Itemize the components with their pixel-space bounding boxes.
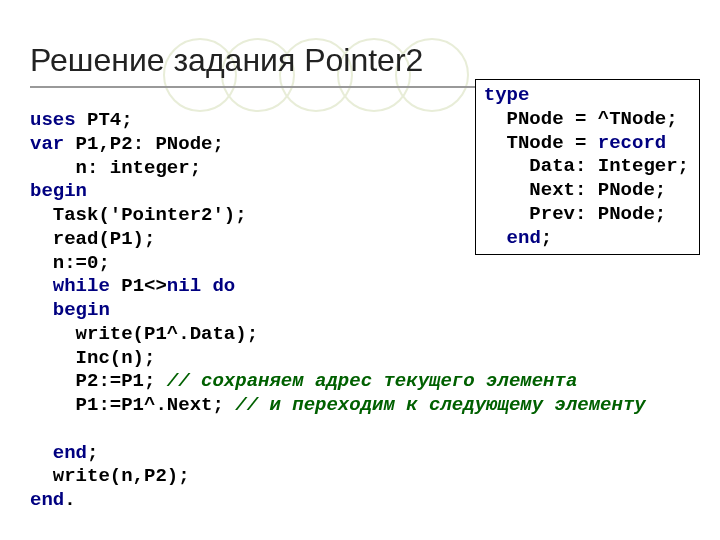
type-text: PNode = ^TNode; [484,108,678,130]
code-text: Task('Pointer2'); [30,204,247,226]
code-text [30,442,53,464]
type-text [484,227,507,249]
kw-begin: begin [30,180,87,202]
code-text: P2:=P1; [30,370,167,392]
code-text: P1,P2: PNode; [64,133,224,155]
kw-end: end [53,442,87,464]
type-definition-box: type PNode = ^TNode; TNode = record Data… [475,79,700,255]
type-text: Data: Integer; [484,155,689,177]
code-text: Inc(n); [30,347,155,369]
comment: // и переходим к следующему элементу [235,394,645,416]
kw-do: do [212,275,235,297]
type-text: Prev: PNode; [484,203,666,225]
code-text: n:=0; [30,252,110,274]
kw-var: var [30,133,64,155]
kw-uses: uses [30,109,76,131]
page-title: Решение задания Pointer2 [30,42,720,79]
code-text [30,275,53,297]
type-text: TNode = [484,132,598,154]
type-text: Next: PNode; [484,179,666,201]
code-text: P1:=P1^.Next; [30,394,235,416]
code-text: write(n,P2); [30,465,190,487]
type-text: ; [541,227,552,249]
code-text: read(P1); [30,228,155,250]
code-text: ; [87,442,98,464]
kw-end3: end [507,227,541,249]
code-text: write(P1^.Data); [30,323,258,345]
code-text [201,275,212,297]
kw-type: type [484,84,530,106]
code-text: P1<> [110,275,167,297]
code-text: n: integer; [30,157,201,179]
code-text: PT4; [76,109,133,131]
comment: // сохраняем адрес текущего элемента [167,370,577,392]
code-text [30,299,53,321]
code-blank [30,418,41,440]
code-text: . [64,489,75,511]
kw-nil: nil [167,275,201,297]
kw-begin2: begin [53,299,110,321]
kw-end2: end [30,489,64,511]
kw-record: record [598,132,666,154]
kw-while: while [53,275,110,297]
